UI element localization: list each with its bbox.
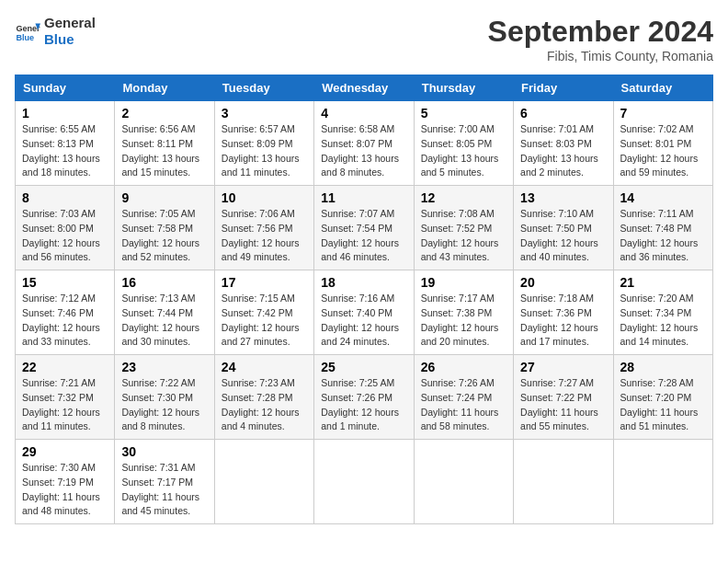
day-info: Sunrise: 7:30 AM Sunset: 7:19 PM Dayligh… [22,461,108,519]
calendar-cell: 24Sunrise: 7:23 AM Sunset: 7:28 PM Dayli… [214,355,313,440]
calendar-cell: 23Sunrise: 7:22 AM Sunset: 7:30 PM Dayli… [115,355,214,440]
calendar-cell: 11Sunrise: 7:07 AM Sunset: 7:54 PM Dayli… [314,186,414,270]
day-info: Sunrise: 7:03 AM Sunset: 8:00 PM Dayligh… [22,207,108,265]
calendar-cell: 8Sunrise: 7:03 AM Sunset: 8:00 PM Daylig… [16,186,115,270]
day-number: 1 [22,106,108,121]
day-number: 29 [22,444,108,459]
day-info: Sunrise: 7:01 AM Sunset: 8:03 PM Dayligh… [520,122,606,180]
col-header-wednesday: Wednesday [314,75,414,101]
calendar-cell: 9Sunrise: 7:05 AM Sunset: 7:58 PM Daylig… [115,186,214,270]
calendar-cell [514,440,613,524]
day-number: 30 [121,444,207,459]
page-header: General Blue General Blue September 2024… [15,15,713,63]
day-info: Sunrise: 7:25 AM Sunset: 7:26 PM Dayligh… [321,376,406,434]
day-number: 26 [421,360,506,374]
day-info: Sunrise: 7:15 AM Sunset: 7:42 PM Dayligh… [222,292,307,350]
day-info: Sunrise: 7:18 AM Sunset: 7:36 PM Dayligh… [520,292,606,350]
day-info: Sunrise: 7:27 AM Sunset: 7:22 PM Dayligh… [520,376,606,434]
calendar-cell: 27Sunrise: 7:27 AM Sunset: 7:22 PM Dayli… [514,355,613,440]
calendar-cell [613,440,712,524]
day-number: 2 [121,106,207,121]
day-info: Sunrise: 6:57 AM Sunset: 8:09 PM Dayligh… [222,122,307,180]
day-number: 19 [421,275,506,290]
location-subtitle: Fibis, Timis County, Romania [488,49,713,63]
day-info: Sunrise: 7:02 AM Sunset: 8:01 PM Dayligh… [620,122,706,180]
day-info: Sunrise: 7:21 AM Sunset: 7:32 PM Dayligh… [22,376,108,434]
col-header-monday: Monday [115,75,214,101]
day-info: Sunrise: 7:11 AM Sunset: 7:48 PM Dayligh… [620,207,706,265]
week-row-3: 15Sunrise: 7:12 AM Sunset: 7:46 PM Dayli… [16,270,713,355]
day-number: 5 [421,106,506,121]
calendar-cell [414,440,513,524]
calendar-cell: 14Sunrise: 7:11 AM Sunset: 7:48 PM Dayli… [613,186,712,270]
day-number: 11 [321,190,406,205]
day-number: 28 [620,360,706,374]
day-number: 16 [121,275,207,290]
day-info: Sunrise: 7:05 AM Sunset: 7:58 PM Dayligh… [121,207,207,265]
day-number: 22 [22,360,108,374]
day-number: 15 [22,275,108,290]
day-info: Sunrise: 7:22 AM Sunset: 7:30 PM Dayligh… [121,376,207,434]
calendar-cell: 12Sunrise: 7:08 AM Sunset: 7:52 PM Dayli… [414,186,513,270]
day-info: Sunrise: 7:16 AM Sunset: 7:40 PM Dayligh… [321,292,406,350]
col-header-friday: Friday [514,75,613,101]
day-info: Sunrise: 7:07 AM Sunset: 7:54 PM Dayligh… [321,207,406,265]
day-number: 25 [321,360,406,374]
day-info: Sunrise: 6:56 AM Sunset: 8:11 PM Dayligh… [121,122,207,180]
calendar-cell: 4Sunrise: 6:58 AM Sunset: 8:07 PM Daylig… [314,101,414,186]
calendar-cell: 26Sunrise: 7:26 AM Sunset: 7:24 PM Dayli… [414,355,513,440]
calendar-cell: 21Sunrise: 7:20 AM Sunset: 7:34 PM Dayli… [613,270,712,355]
calendar-cell: 7Sunrise: 7:02 AM Sunset: 8:01 PM Daylig… [613,101,712,186]
calendar-cell: 15Sunrise: 7:12 AM Sunset: 7:46 PM Dayli… [16,270,115,355]
calendar-cell: 20Sunrise: 7:18 AM Sunset: 7:36 PM Dayli… [514,270,613,355]
calendar-cell: 29Sunrise: 7:30 AM Sunset: 7:19 PM Dayli… [16,440,115,524]
day-info: Sunrise: 7:31 AM Sunset: 7:17 PM Dayligh… [121,461,207,519]
col-header-saturday: Saturday [613,75,712,101]
day-info: Sunrise: 7:26 AM Sunset: 7:24 PM Dayligh… [421,376,506,434]
day-number: 20 [520,275,606,290]
week-row-4: 22Sunrise: 7:21 AM Sunset: 7:32 PM Dayli… [16,355,713,440]
day-number: 13 [520,190,606,205]
day-number: 10 [222,190,307,205]
day-number: 8 [22,190,108,205]
calendar-cell: 2Sunrise: 6:56 AM Sunset: 8:11 PM Daylig… [115,101,214,186]
day-number: 23 [121,360,207,374]
calendar-cell: 16Sunrise: 7:13 AM Sunset: 7:44 PM Dayli… [115,270,214,355]
day-info: Sunrise: 7:10 AM Sunset: 7:50 PM Dayligh… [520,207,606,265]
calendar-cell: 30Sunrise: 7:31 AM Sunset: 7:17 PM Dayli… [115,440,214,524]
week-row-1: 1Sunrise: 6:55 AM Sunset: 8:13 PM Daylig… [16,101,713,186]
day-number: 24 [222,360,307,374]
day-info: Sunrise: 7:17 AM Sunset: 7:38 PM Dayligh… [421,292,506,350]
calendar-cell: 5Sunrise: 7:00 AM Sunset: 8:05 PM Daylig… [414,101,513,186]
week-row-2: 8Sunrise: 7:03 AM Sunset: 8:00 PM Daylig… [16,186,713,270]
day-info: Sunrise: 7:23 AM Sunset: 7:28 PM Dayligh… [222,376,307,434]
svg-text:Blue: Blue [16,33,34,42]
calendar-cell [214,440,313,524]
day-info: Sunrise: 7:08 AM Sunset: 7:52 PM Dayligh… [421,207,506,265]
day-number: 21 [620,275,706,290]
calendar-cell: 19Sunrise: 7:17 AM Sunset: 7:38 PM Dayli… [414,270,513,355]
day-number: 18 [321,275,406,290]
day-number: 27 [520,360,606,374]
day-info: Sunrise: 7:00 AM Sunset: 8:05 PM Dayligh… [421,122,506,180]
calendar-cell: 13Sunrise: 7:10 AM Sunset: 7:50 PM Dayli… [514,186,613,270]
calendar-cell: 10Sunrise: 7:06 AM Sunset: 7:56 PM Dayli… [214,186,313,270]
col-header-tuesday: Tuesday [214,75,313,101]
day-info: Sunrise: 7:12 AM Sunset: 7:46 PM Dayligh… [22,292,108,350]
day-number: 17 [222,275,307,290]
calendar-cell: 18Sunrise: 7:16 AM Sunset: 7:40 PM Dayli… [314,270,414,355]
calendar-cell [314,440,414,524]
calendar-table: SundayMondayTuesdayWednesdayThursdayFrid… [15,75,713,524]
day-info: Sunrise: 7:20 AM Sunset: 7:34 PM Dayligh… [620,292,706,350]
day-info: Sunrise: 7:06 AM Sunset: 7:56 PM Dayligh… [222,207,307,265]
calendar-cell: 17Sunrise: 7:15 AM Sunset: 7:42 PM Dayli… [214,270,313,355]
day-number: 7 [620,106,706,121]
day-number: 9 [121,190,207,205]
week-row-5: 29Sunrise: 7:30 AM Sunset: 7:19 PM Dayli… [16,440,713,524]
calendar-cell: 1Sunrise: 6:55 AM Sunset: 8:13 PM Daylig… [16,101,115,186]
col-header-sunday: Sunday [16,75,115,101]
day-number: 6 [520,106,606,121]
logo: General Blue General Blue [15,15,96,48]
calendar-cell: 22Sunrise: 7:21 AM Sunset: 7:32 PM Dayli… [16,355,115,440]
day-number: 12 [421,190,506,205]
